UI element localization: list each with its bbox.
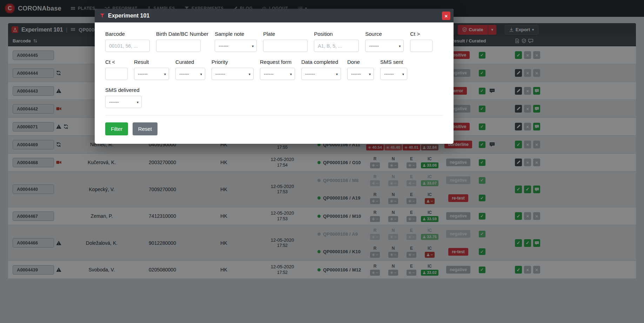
field-label: Ct < — [105, 59, 128, 65]
data-completed-select[interactable]: ------ — [301, 68, 341, 80]
filter-field-ct-gt: Ct > — [410, 31, 432, 52]
priority-select[interactable]: ------ — [212, 68, 254, 80]
sms-delivered-select[interactable]: ------ — [105, 96, 142, 108]
result-select[interactable]: ------ — [134, 68, 169, 80]
field-label: Ct > — [410, 31, 432, 37]
field-label: Priority — [212, 59, 254, 65]
modal-title: Experiment 101 — [108, 13, 149, 19]
field-label: Plate — [263, 31, 308, 37]
filter-field-sms-sent: SMS sent------▾ — [380, 59, 407, 80]
filter-field-position: Position — [314, 31, 359, 52]
ct-gt-input[interactable] — [410, 40, 432, 52]
modal-header: Experiment 101 — [95, 9, 454, 22]
field-label: Done — [347, 59, 374, 65]
filter-modal: Experiment 101 × BarcodeBirth Date/BC Nu… — [95, 9, 454, 144]
sms-sent-select[interactable]: ------ — [380, 68, 407, 80]
filter-field-sms-delivered: SMS delivered------▾ — [105, 87, 142, 108]
filter-field-done: Done------▾ — [347, 59, 374, 80]
curated-select[interactable]: ------ — [175, 68, 205, 80]
field-label: Request form — [260, 59, 295, 65]
filter-field-birth-date-bc-number: Birth Date/BC Number — [156, 31, 208, 52]
field-label: Source — [365, 31, 404, 37]
filter-field-curated: Curated------▾ — [175, 59, 205, 80]
field-label: Curated — [175, 59, 205, 65]
birth-date-bc-number-input[interactable] — [156, 40, 201, 52]
filter-field-plate: Plate — [263, 31, 308, 52]
field-label: Data completed — [301, 59, 341, 65]
filter-field-ct-lt: Ct < — [105, 59, 128, 80]
filter-field-result: Result------▾ — [134, 59, 169, 80]
barcode-input[interactable] — [105, 40, 150, 52]
request-form-select[interactable]: ------ — [260, 68, 295, 80]
modal-body: BarcodeBirth Date/BC NumberSample note--… — [95, 22, 454, 144]
filter-submit-button[interactable]: Filter — [105, 122, 128, 135]
close-button[interactable]: × — [442, 12, 450, 20]
ct-lt-input[interactable] — [105, 68, 128, 80]
sample-note-select[interactable]: ------ — [215, 40, 257, 52]
field-label: Barcode — [105, 31, 150, 37]
plate-input[interactable] — [263, 40, 308, 52]
filter-row: BarcodeBirth Date/BC NumberSample note--… — [105, 31, 443, 52]
field-label: SMS sent — [380, 59, 407, 65]
filter-field-source: Source------▾ — [365, 31, 404, 52]
reset-button[interactable]: Reset — [133, 122, 157, 135]
field-label: SMS delivered — [105, 87, 142, 93]
filter-row: SMS delivered------▾ — [105, 87, 443, 108]
field-label: Result — [134, 59, 169, 65]
divider — [105, 115, 443, 115]
field-label: Position — [314, 31, 359, 37]
filter-field-priority: Priority------▾ — [212, 59, 254, 80]
filter-field-data-completed: Data completed------▾ — [301, 59, 341, 80]
filter-field-sample-note: Sample note------▾ — [215, 31, 257, 52]
filter-field-barcode: Barcode — [105, 31, 150, 52]
done-select[interactable]: ------ — [347, 68, 374, 80]
source-select[interactable]: ------ — [365, 40, 404, 52]
field-label: Birth Date/BC Number — [156, 31, 208, 37]
filter-row: Ct <Result------▾Curated------▾Priority-… — [105, 59, 443, 80]
field-label: Sample note — [215, 31, 257, 37]
position-input[interactable] — [314, 40, 359, 52]
filter-field-request-form: Request form------▾ — [260, 59, 295, 80]
filter-icon — [100, 13, 105, 18]
